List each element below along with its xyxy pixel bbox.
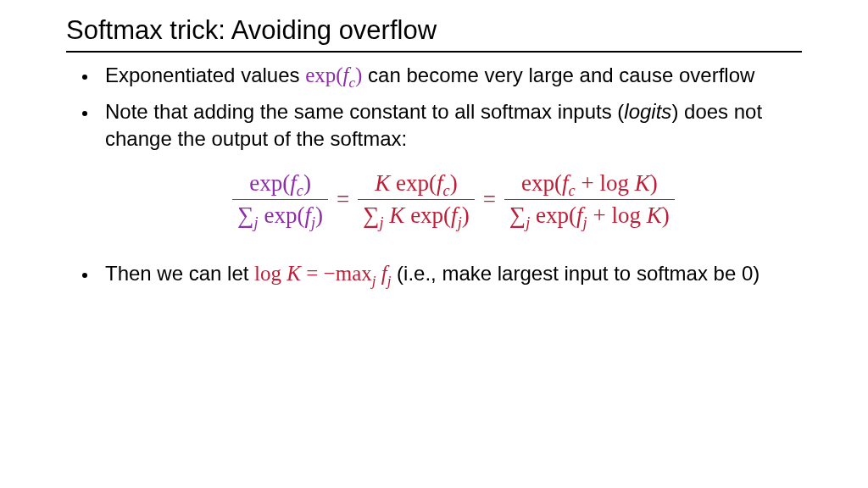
frac-1-bar — [232, 199, 328, 200]
b3-max: max — [336, 262, 372, 285]
f3d-exp: exp( — [530, 202, 576, 228]
f2n-sub: c — [443, 182, 450, 199]
bullet-3-pre: Then we can let — [105, 262, 254, 285]
bullet-3-post: (i.e., make largest input to softmax be … — [391, 262, 760, 285]
bullet-3: Then we can let log K = −maxj fj (i.e., … — [98, 259, 802, 288]
frac-2-num: K exp(fc) — [370, 169, 462, 198]
f2d-vs: j — [458, 214, 462, 231]
f1n-sub: c — [297, 182, 303, 199]
f2d-var: f — [451, 202, 458, 228]
frac-2: K exp(fc) ∑j K exp(fj) — [358, 169, 474, 230]
bullet-2: Note that adding the same constant to al… — [98, 98, 802, 251]
b1-exp: exp( — [305, 64, 342, 86]
b3-log: log — [254, 262, 287, 285]
frac-1: exp(fc) ∑j exp(fj) — [232, 169, 328, 230]
title-rule — [66, 51, 802, 53]
frac-2-bar — [358, 199, 474, 200]
f1d-cl: ) — [315, 202, 323, 228]
f3n-exp: exp( — [521, 170, 562, 196]
equation-block: exp(fc) ∑j exp(fj) = K exp(fc) — [105, 153, 802, 251]
bullet-2-pre: Note that adding the same constant to al… — [105, 100, 624, 123]
frac-3-bar — [504, 199, 675, 200]
frac-2-den: ∑j K exp(fj) — [358, 201, 474, 230]
bullet-2-logits: logits — [624, 100, 671, 123]
f1d-vs: j — [311, 214, 315, 231]
bullet-1-post: can become very large and cause overflow — [362, 64, 754, 86]
f2n-var: f — [437, 170, 443, 196]
b3-fsub: j — [387, 273, 392, 289]
bullet-1-math: exp(fc) — [305, 64, 362, 86]
f1n-cl: ) — [303, 170, 311, 196]
f2d-K: K — [384, 202, 405, 228]
b3-maxsub: j — [372, 273, 376, 289]
f3n-sub: c — [569, 182, 576, 199]
eq-sign-1: = — [337, 184, 349, 214]
b3-f: f — [381, 262, 387, 285]
b1-sub: c — [349, 75, 356, 91]
f1d-exp: exp( — [259, 202, 305, 228]
f2d-ss: j — [380, 214, 384, 231]
f1n-var: f — [290, 170, 297, 196]
slide-title: Softmax trick: Avoiding overflow — [66, 15, 802, 46]
frac-1-den: ∑j exp(fj) — [232, 201, 328, 230]
b1-var: f — [343, 64, 349, 86]
f3n-K: K — [635, 170, 650, 196]
f3d-var: f — [576, 202, 583, 228]
b3-eq: = − — [301, 262, 336, 285]
frac-3: exp(fc + log K) ∑j exp(fj + log K) — [504, 169, 675, 230]
f2n-exp: exp( — [390, 170, 437, 196]
f2n-K: K — [375, 170, 390, 196]
frac-1-num: exp(fc) — [244, 169, 316, 198]
f3d-K: K — [647, 202, 662, 228]
f2n-cl: ) — [450, 170, 458, 196]
bullet-1-pre: Exponentiated values — [105, 64, 305, 86]
f3d-pl: + log — [587, 202, 647, 228]
bullet-1: Exponentiated values exp(fc) can become … — [98, 61, 802, 90]
f3n-pl: + log — [576, 170, 635, 196]
f1d-sum: ∑ — [237, 202, 253, 228]
f2d-sum: ∑ — [363, 202, 379, 228]
f3d-sum: ∑ — [509, 202, 526, 228]
f2d-exp: exp( — [404, 202, 451, 228]
b3-K: K — [287, 262, 301, 285]
f3n-var: f — [562, 170, 569, 196]
f3n-cl: ) — [650, 170, 658, 196]
f1n-exp: exp( — [249, 170, 290, 196]
eq-sign-2: = — [483, 184, 496, 214]
f1d-var: f — [304, 202, 311, 228]
f3d-vs: j — [583, 214, 587, 231]
bullet-list: Exponentiated values exp(fc) can become … — [66, 61, 802, 287]
f3d-cl: ) — [662, 202, 670, 228]
equation: exp(fc) ∑j exp(fj) = K exp(fc) — [232, 169, 674, 230]
frac-3-den: ∑j exp(fj + log K) — [504, 201, 675, 230]
bullet-3-math: log K = −maxj fj — [254, 262, 391, 285]
f1d-ss: j — [254, 214, 259, 231]
f2d-cl: ) — [462, 202, 470, 228]
frac-3-num: exp(fc + log K) — [516, 169, 663, 198]
slide: Softmax trick: Avoiding overflow Exponen… — [0, 0, 868, 287]
f3d-ss: j — [526, 214, 530, 231]
